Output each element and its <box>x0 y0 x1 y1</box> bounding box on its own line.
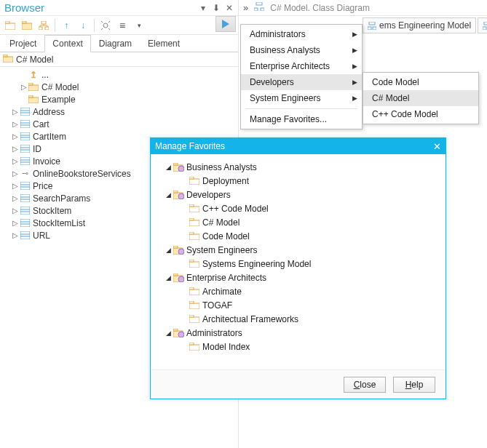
expand-icon[interactable]: » <box>243 2 248 13</box>
context-menu[interactable]: Administrators▶Business Analysts▶Enterpr… <box>240 24 363 129</box>
hierarchy-icon[interactable] <box>36 18 51 33</box>
dropdown-arrow-icon[interactable]: ▾ <box>132 18 146 33</box>
expander-icon[interactable]: ▷ <box>12 194 19 202</box>
favorites-group[interactable]: ◢Administrators <box>154 326 443 340</box>
favorites-group[interactable]: ◢Developers <box>154 188 443 201</box>
tree-item[interactable]: Example <box>3 93 238 105</box>
hamburger-icon[interactable]: ≡ <box>115 18 130 33</box>
favorites-label: Systems Engineering Model <box>202 259 311 269</box>
tree-item[interactable]: ▷C# Model <box>3 81 238 93</box>
up-icon: ↥ <box>28 70 39 80</box>
context-submenu[interactable]: Code ModelC# ModelC++ Code Model <box>363 72 479 124</box>
browser-title: Browser <box>4 1 199 14</box>
expander-icon[interactable]: ◢ <box>164 329 173 337</box>
tree-item-label: OnlineBookstoreServices <box>33 169 131 179</box>
tree-item[interactable]: ↥... <box>3 68 238 81</box>
tree-item[interactable]: ▷Address <box>3 105 238 118</box>
expander-icon[interactable]: ◢ <box>164 164 173 171</box>
svg-rect-13 <box>28 95 33 97</box>
manage-favorites-dialog: Manage Favorites ✕ ◢Business AnalystsDep… <box>150 137 446 399</box>
dropdown-icon[interactable]: ▾ <box>199 3 207 13</box>
favorites-item[interactable]: Archimate <box>154 284 443 298</box>
menu-item[interactable]: Manage Favorites... <box>241 111 362 127</box>
pkg-icon <box>28 83 39 91</box>
expander-icon[interactable]: ◢ <box>164 191 173 199</box>
submenu-item[interactable]: C++ Code Model <box>363 106 478 122</box>
expander-icon[interactable]: ▷ <box>12 132 19 140</box>
expander-icon[interactable]: ▷ <box>12 207 19 215</box>
tab-element[interactable]: Element <box>140 35 188 52</box>
expander-icon[interactable]: ◢ <box>164 274 173 281</box>
tab-context[interactable]: Context <box>44 35 90 52</box>
menu-item[interactable]: Business Analysts▶ <box>241 42 362 58</box>
move-down-icon[interactable]: ↓ <box>76 18 90 33</box>
svg-rect-65 <box>189 218 194 220</box>
browser-titlebar-controls: ▾ ⬇ ✕ <box>199 3 238 13</box>
move-up-icon[interactable]: ↑ <box>59 18 74 33</box>
expander-icon[interactable]: ▷ <box>12 145 19 153</box>
tab-project[interactable]: Project <box>1 35 44 52</box>
menu-item[interactable]: Administrators▶ <box>241 26 362 42</box>
tab-diagram[interactable]: Diagram <box>91 35 140 52</box>
menu-item[interactable]: Enterprise Architects▶ <box>241 58 362 74</box>
svg-rect-10 <box>28 85 39 91</box>
svg-rect-48 <box>369 22 375 25</box>
favorites-item[interactable]: C# Model <box>154 215 443 229</box>
new-package-icon[interactable] <box>3 18 17 33</box>
svg-rect-38 <box>20 219 30 227</box>
favorites-group[interactable]: ◢Enterprise Architects <box>154 271 443 284</box>
favorites-label: System Engineers <box>186 245 257 255</box>
favorites-group[interactable]: ◢System Engineers <box>154 243 443 257</box>
link-icon[interactable] <box>98 18 113 33</box>
tree-item[interactable]: ▷Cart <box>3 118 238 130</box>
expander-icon[interactable]: ▷ <box>12 169 19 177</box>
favorites-label: Enterprise Architects <box>186 273 266 283</box>
favorites-label: Model Index <box>202 342 250 352</box>
favorites-item[interactable]: C++ Code Model <box>154 201 443 215</box>
favorites-tree[interactable]: ◢Business AnalystsDeployment◢DevelopersC… <box>151 154 446 369</box>
document-tab[interactable]: ems Engineering Model <box>363 17 476 33</box>
document-tab[interactable]: * C <box>478 17 487 33</box>
menu-item[interactable]: System Engineers▶ <box>241 90 362 106</box>
tree-item-label: Example <box>41 95 76 105</box>
expander-icon[interactable]: ▷ <box>12 108 19 116</box>
expander-icon[interactable]: ▷ <box>12 120 19 128</box>
dialog-titlebar[interactable]: Manage Favorites ✕ <box>151 138 446 154</box>
folder-icon <box>189 218 200 226</box>
submenu-item[interactable]: C# Model <box>363 90 478 106</box>
browser-breadcrumb[interactable]: C# Model <box>0 52 238 67</box>
svg-rect-69 <box>173 246 178 248</box>
favorites-item[interactable]: Systems Engineering Model <box>154 257 443 271</box>
expander-icon[interactable]: ▷ <box>12 231 19 239</box>
cls-icon <box>19 157 31 165</box>
menu-item[interactable]: Developers▶ <box>241 74 362 90</box>
submenu-item[interactable]: Code Model <box>363 74 478 90</box>
svg-rect-35 <box>20 207 30 215</box>
help-button[interactable]: Help <box>393 377 435 393</box>
favorites-item[interactable]: TOGAF <box>154 298 443 312</box>
play-icon <box>222 20 229 28</box>
close-icon[interactable]: ✕ <box>433 141 441 152</box>
expander-icon[interactable]: ◢ <box>164 247 173 254</box>
chevron-right-icon: ▶ <box>352 95 357 102</box>
close-panel-icon[interactable]: ✕ <box>225 3 234 13</box>
favorites-item[interactable]: Code Model <box>154 229 443 243</box>
svg-rect-5 <box>39 27 42 30</box>
expander-icon[interactable]: ▷ <box>12 182 19 190</box>
svg-marker-47 <box>222 20 229 28</box>
expander-icon[interactable]: ▷ <box>12 219 19 227</box>
favorites-item[interactable]: Deployment <box>154 174 443 188</box>
svg-rect-3 <box>22 21 26 23</box>
expander-icon[interactable]: ▷ <box>12 157 19 165</box>
expander-icon[interactable]: ▷ <box>20 83 28 91</box>
pin-icon[interactable]: ⬇ <box>212 3 221 13</box>
new-model-icon[interactable] <box>20 18 34 33</box>
diagram-icon[interactable] <box>254 2 264 13</box>
run-button[interactable] <box>215 16 236 32</box>
favorites-item[interactable]: Model Index <box>154 340 443 353</box>
dialog-footer: Close Help <box>151 369 446 399</box>
right-toolbar: » C# Model. Class Diagram <box>239 0 487 16</box>
close-button[interactable]: Close <box>344 377 386 393</box>
favorites-item[interactable]: Architectual Frameworks <box>154 312 443 326</box>
favorites-group[interactable]: ◢Business Analysts <box>154 160 443 174</box>
